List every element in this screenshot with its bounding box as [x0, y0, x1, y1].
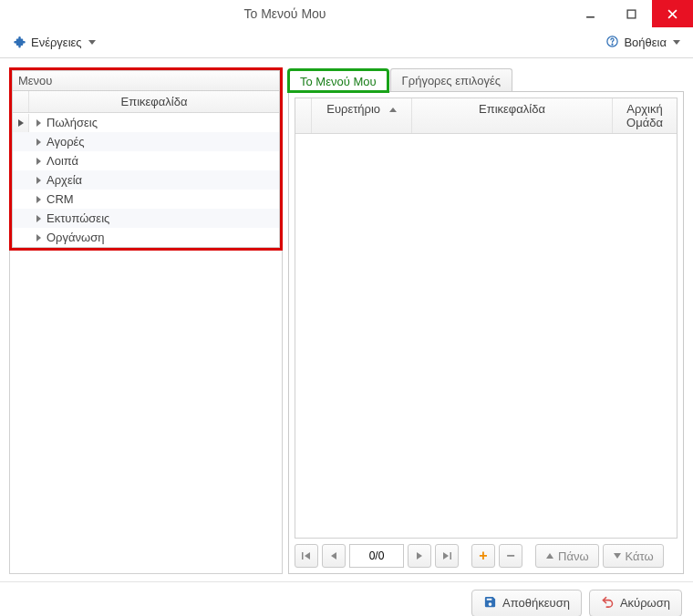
save-icon — [483, 595, 497, 611]
tabstrip: Το Μενού Μου Γρήγορες επιλογές — [288, 67, 684, 91]
next-button[interactable] — [408, 544, 431, 568]
help-label: Βοήθεια — [624, 36, 667, 49]
save-button[interactable]: Αποθήκευση — [471, 590, 582, 617]
footer: Αποθήκευση Ακύρωση — [0, 581, 693, 616]
close-button[interactable] — [652, 0, 693, 27]
tree-row[interactable]: Εκτυπώσεις — [13, 209, 279, 228]
row-indicator-header — [295, 98, 312, 133]
tree-row[interactable]: Λοιπά — [13, 151, 279, 170]
last-button[interactable] — [435, 544, 459, 568]
tree-row[interactable]: Αγορές — [13, 132, 279, 151]
chevron-down-icon — [88, 40, 96, 45]
tree-row[interactable]: Πωλήσεις — [13, 113, 279, 132]
tree-label: Οργάνωση — [47, 231, 104, 244]
svg-marker-13 — [614, 553, 621, 559]
expand-icon[interactable] — [36, 196, 41, 203]
tree-label: Αγορές — [47, 135, 85, 149]
svg-marker-9 — [417, 552, 422, 560]
tree-row[interactable]: CRM — [13, 190, 279, 209]
svg-marker-12 — [546, 553, 553, 559]
minimize-button[interactable] — [570, 0, 611, 27]
svg-rect-11 — [450, 552, 452, 560]
expand-icon[interactable] — [36, 215, 41, 222]
cancel-button[interactable]: Ακύρωση — [589, 590, 682, 617]
chevron-down-icon — [673, 40, 680, 45]
move-up-label: Πάνω — [558, 549, 589, 563]
menu-column-header[interactable]: Επικεφαλίδα — [29, 91, 279, 112]
tree-row[interactable]: Αρχεία — [13, 170, 279, 190]
actions-label: Ενέργειες — [31, 36, 82, 49]
col-group-header[interactable]: Αρχική Ομάδα — [613, 98, 677, 133]
menu-panel-label: Μενου — [12, 70, 280, 90]
add-button[interactable]: + — [471, 544, 495, 568]
tab-content: Ευρετήριο Επικεφαλίδα Αρχική Ομάδα + − — [288, 91, 684, 574]
puzzle-icon — [13, 35, 26, 51]
right-panel: Το Μενού Μου Γρήγορες επιλογές Ευρετήριο… — [288, 67, 684, 574]
window-title: Το Μενού Μου — [0, 6, 570, 21]
svg-point-5 — [612, 44, 613, 45]
tab-label: Γρήγορες επιλογές — [402, 74, 501, 87]
tab-label: Το Μενού Μου — [300, 75, 377, 88]
row-indicator-header — [13, 91, 29, 112]
sort-asc-icon — [389, 108, 397, 112]
expand-icon[interactable] — [36, 234, 41, 241]
remove-button[interactable]: − — [499, 544, 522, 568]
plus-icon: + — [479, 548, 487, 564]
tree-label: Εκτυπώσεις — [47, 211, 109, 225]
svg-rect-1 — [627, 10, 636, 18]
tree-label: Αρχεία — [47, 173, 82, 187]
chevron-down-icon — [613, 551, 622, 560]
move-down-label: Κάτω — [626, 549, 654, 563]
move-up-button[interactable]: Πάνω — [535, 544, 599, 568]
save-label: Αποθήκευση — [502, 596, 570, 610]
chevron-up-icon — [545, 551, 554, 560]
expand-icon[interactable] — [36, 177, 41, 184]
tab-my-menu[interactable]: Το Μενού Μου — [288, 69, 388, 92]
cancel-label: Ακύρωση — [620, 596, 670, 610]
prev-button[interactable] — [322, 544, 346, 568]
tree-label: Πωλήσεις — [47, 116, 98, 129]
svg-rect-6 — [302, 552, 304, 560]
page-input[interactable] — [349, 544, 404, 568]
toolbar: Ενέργειες Βοήθεια — [0, 27, 693, 58]
current-row-indicator-icon — [13, 114, 29, 132]
tree-row[interactable]: Οργάνωση — [13, 228, 279, 247]
expand-icon[interactable] — [36, 119, 41, 127]
tab-quick-options[interactable]: Γρήγορες επιλογές — [390, 68, 512, 91]
menu-tree-grid: Επικεφαλίδα Πωλήσεις Αγορές Λοιπά — [12, 90, 280, 248]
actions-dropdown[interactable]: Ενέργειες — [7, 31, 101, 55]
expand-icon[interactable] — [36, 158, 41, 165]
help-icon — [605, 35, 619, 51]
move-down-button[interactable]: Κάτω — [603, 544, 664, 568]
tree-label: CRM — [47, 192, 74, 206]
maximize-button[interactable] — [611, 0, 652, 27]
first-button[interactable] — [295, 544, 318, 568]
left-panel: Μενου Επικεφαλίδα Πωλήσεις Αγορές — [9, 67, 283, 574]
menu-tree-empty-area — [9, 251, 283, 574]
expand-icon[interactable] — [36, 139, 41, 146]
col-header-header[interactable]: Επικεφαλίδα — [412, 98, 613, 133]
titlebar: Το Μενού Μου — [0, 0, 693, 27]
col-index-header[interactable]: Ευρετήριο — [312, 98, 412, 133]
help-dropdown[interactable]: Βοήθεια — [600, 31, 686, 55]
menu-tree-box: Μενου Επικεφαλίδα Πωλήσεις Αγορές — [9, 67, 283, 251]
svg-marker-10 — [443, 552, 449, 560]
undo-icon — [601, 595, 615, 611]
minus-icon: − — [506, 548, 514, 564]
right-grid: Ευρετήριο Επικεφαλίδα Αρχική Ομάδα — [295, 98, 677, 539]
grid-body-empty — [295, 134, 677, 538]
tree-label: Λοιπά — [47, 154, 78, 168]
svg-marker-8 — [331, 552, 336, 560]
navigator: + − Πάνω Κάτω — [295, 539, 677, 568]
svg-marker-7 — [305, 552, 310, 560]
